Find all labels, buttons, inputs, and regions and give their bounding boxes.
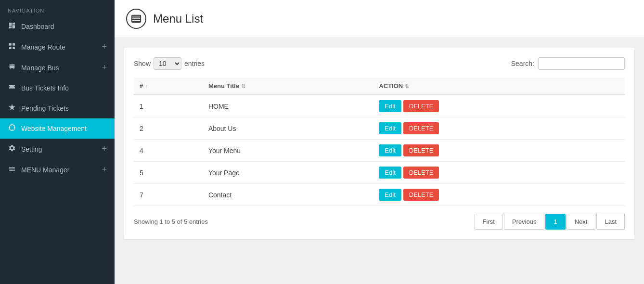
page-btn-previous[interactable]: Previous	[504, 214, 545, 230]
content-area: Show 102550100 entries Search: #↑Menu Ti…	[115, 38, 644, 284]
row-num-0: 1	[134, 95, 203, 117]
table-head: #↑Menu Title⇅ACTION⇅	[134, 77, 625, 95]
col-action[interactable]: ACTION⇅	[373, 77, 625, 95]
manage-route-label: Manage Route	[21, 43, 65, 51]
manage-bus-icon	[8, 63, 16, 73]
delete-button-0[interactable]: DELETE	[403, 100, 439, 112]
menu-manager-label: MENU Manager	[21, 166, 69, 174]
sidebar-item-pending-tickets[interactable]: Pending Tickets	[0, 98, 115, 118]
menu-table: #↑Menu Title⇅ACTION⇅ 1HOMEEditDELETE2Abo…	[134, 77, 625, 206]
sidebar-item-website-management[interactable]: Website Management	[0, 118, 115, 139]
page-btn-last[interactable]: Last	[596, 214, 625, 230]
row-num-4: 7	[134, 184, 203, 206]
sidebar-item-manage-route[interactable]: Manage Route+	[0, 37, 115, 57]
main-card: Show 102550100 entries Search: #↑Menu Ti…	[124, 48, 634, 239]
pending-tickets-icon	[8, 103, 16, 113]
row-title-0: HOME	[203, 95, 373, 117]
table-footer: Showing 1 to 5 of 5 entries FirstPreviou…	[134, 214, 625, 230]
menu-list-icon	[126, 9, 146, 29]
search-label: Search:	[511, 60, 534, 67]
col-menu_title[interactable]: Menu Title⇅	[203, 77, 373, 95]
delete-button-4[interactable]: DELETE	[403, 189, 439, 201]
svg-rect-3	[13, 47, 15, 49]
website-management-label: Website Management	[21, 125, 87, 132]
svg-rect-0	[9, 43, 12, 46]
row-action-2: EditDELETE	[373, 140, 625, 162]
sidebar-item-setting[interactable]: Setting+	[0, 139, 115, 159]
row-num-2: 4	[134, 140, 203, 162]
row-title-2: Your Menu	[203, 140, 373, 162]
manage-route-icon	[8, 42, 16, 52]
table-row: 4Your MenuEditDELETE	[134, 140, 625, 162]
showing-text: Showing 1 to 5 of 5 entries	[134, 218, 208, 225]
setting-icon	[8, 144, 16, 154]
row-num-1: 2	[134, 117, 203, 140]
sidebar-item-dashboard[interactable]: Dashboard	[0, 16, 115, 37]
dashboard-icon	[8, 22, 16, 31]
row-action-1: EditDELETE	[373, 117, 625, 140]
edit-button-4[interactable]: Edit	[379, 189, 401, 201]
manage-bus-label: Manage Bus	[21, 64, 59, 72]
manage-bus-plus[interactable]: +	[102, 63, 107, 73]
table-row: 2About UsEditDELETE	[134, 117, 625, 140]
sidebar: NAVIGATION DashboardManage Route+Manage …	[0, 0, 115, 284]
bus-tickets-info-icon	[8, 83, 16, 93]
delete-button-1[interactable]: DELETE	[403, 122, 439, 134]
page-btn-next[interactable]: Next	[567, 214, 596, 230]
sidebar-item-bus-tickets-info[interactable]: Bus Tickets Info	[0, 78, 115, 98]
search-input[interactable]	[538, 57, 625, 70]
sidebar-item-manage-bus[interactable]: Manage Bus+	[0, 57, 115, 78]
entries-select[interactable]: 102550100	[154, 57, 181, 70]
edit-button-3[interactable]: Edit	[379, 167, 401, 179]
svg-rect-2	[9, 47, 12, 49]
edit-button-2[interactable]: Edit	[379, 144, 401, 156]
table-row: 1HOMEEditDELETE	[134, 95, 625, 117]
sort-icon-menu_title: ⇅	[241, 83, 245, 90]
sort-icon-action: ⇅	[405, 83, 409, 90]
edit-button-1[interactable]: Edit	[379, 122, 401, 134]
main-content: Menu List Show 102550100 entries Search:…	[115, 0, 644, 284]
page-header: Menu List	[115, 0, 644, 38]
row-action-3: EditDELETE	[373, 162, 625, 184]
setting-plus[interactable]: +	[102, 144, 107, 154]
pending-tickets-label: Pending Tickets	[21, 104, 69, 112]
svg-rect-1	[13, 43, 15, 46]
nav-label: NAVIGATION	[0, 0, 115, 16]
entries-label: entries	[184, 60, 205, 67]
col-num[interactable]: #↑	[134, 77, 203, 95]
page-btn-first[interactable]: First	[475, 214, 503, 230]
page-btn-page1[interactable]: 1	[545, 214, 565, 230]
menu-manager-plus[interactable]: +	[102, 165, 107, 175]
manage-route-plus[interactable]: +	[102, 42, 107, 52]
row-action-0: EditDELETE	[373, 95, 625, 117]
search-box: Search:	[511, 57, 625, 70]
row-num-3: 5	[134, 162, 203, 184]
pagination: FirstPrevious1NextLast	[475, 214, 625, 230]
sidebar-item-menu-manager[interactable]: MENU Manager+	[0, 159, 115, 180]
setting-label: Setting	[21, 145, 42, 153]
table-controls-top: Show 102550100 entries Search:	[134, 57, 625, 70]
row-title-1: About Us	[203, 117, 373, 140]
sort-icon-num: ↑	[145, 83, 148, 89]
show-label: Show	[134, 60, 151, 67]
row-title-3: Your Page	[203, 162, 373, 184]
page-title: Menu List	[153, 12, 203, 26]
bus-tickets-info-label: Bus Tickets Info	[21, 84, 69, 92]
delete-button-3[interactable]: DELETE	[403, 167, 439, 179]
svg-marker-4	[9, 104, 15, 110]
show-entries: Show 102550100 entries	[134, 57, 205, 70]
delete-button-2[interactable]: DELETE	[403, 144, 439, 156]
table-row: 5Your PageEditDELETE	[134, 162, 625, 184]
edit-button-0[interactable]: Edit	[379, 100, 401, 112]
table-row: 7ContactEditDELETE	[134, 184, 625, 206]
website-management-icon	[8, 124, 16, 133]
menu-manager-icon	[8, 165, 16, 175]
table-body: 1HOMEEditDELETE2About UsEditDELETE4Your …	[134, 95, 625, 206]
row-title-4: Contact	[203, 184, 373, 206]
row-action-4: EditDELETE	[373, 184, 625, 206]
dashboard-label: Dashboard	[21, 23, 54, 30]
